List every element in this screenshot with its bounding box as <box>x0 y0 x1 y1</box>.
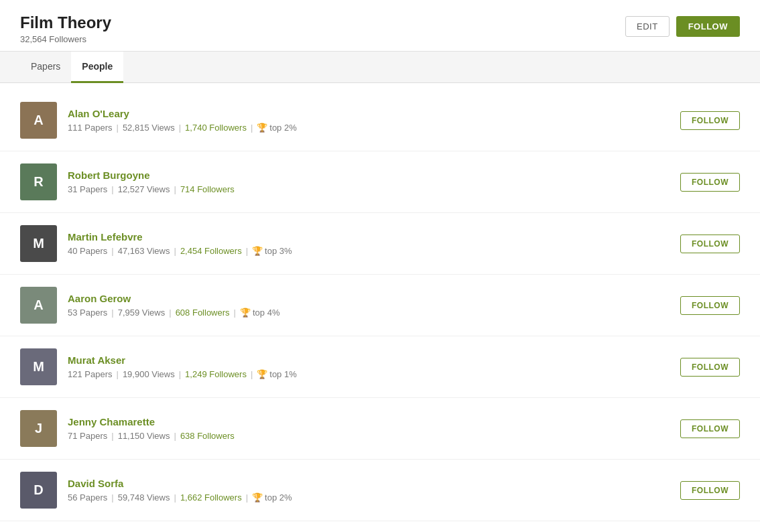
views-count: 12,527 Views <box>118 184 170 194</box>
person-row: MMurat Akser121 Papers|19,900 Views|1,24… <box>0 336 760 398</box>
top-badge: 🏆top 1% <box>257 369 296 379</box>
top-badge: 🏆top 2% <box>257 123 296 133</box>
avatar: J <box>20 410 57 447</box>
followers-count: 1,662 Followers <box>180 492 242 503</box>
follow-button[interactable]: FOLLOW <box>680 358 740 377</box>
separator: | <box>174 431 176 441</box>
main-follow-button[interactable]: FOLLOW <box>676 16 740 37</box>
person-info: Aaron Gerow53 Papers|7,959 Views|608 Fol… <box>68 293 279 318</box>
followers-count: 2,454 Followers <box>180 246 242 256</box>
followers-count: 714 Followers <box>180 184 235 194</box>
views-count: 11,150 Views <box>118 431 170 441</box>
people-list: AAlan O'Leary111 Papers|52,815 Views|1,7… <box>0 83 760 528</box>
papers-count: 56 Papers <box>68 492 107 503</box>
papers-count: 121 Papers <box>68 369 113 379</box>
separator: | <box>251 123 253 133</box>
papers-count: 71 Papers <box>68 431 107 441</box>
follow-button[interactable]: FOLLOW <box>680 173 740 192</box>
follow-button[interactable]: FOLLOW <box>680 419 740 438</box>
follow-button[interactable]: FOLLOW <box>680 111 740 130</box>
separator: | <box>251 369 253 379</box>
header-left: Film Theory 32,564 Followers <box>20 13 111 44</box>
separator: | <box>179 123 181 133</box>
person-row: RRobert Burgoyne31 Papers|12,527 Views|7… <box>0 151 760 213</box>
follow-button[interactable]: FOLLOW <box>680 235 740 253</box>
person-row: JJenny Chamarette71 Papers|11,150 Views|… <box>0 398 760 460</box>
person-stats: 53 Papers|7,959 Views|608 Followers|🏆top… <box>68 308 279 318</box>
separator: | <box>117 369 119 379</box>
edit-button[interactable]: EDIT <box>625 16 670 37</box>
person-name[interactable]: David Sorfa <box>68 478 292 489</box>
separator: | <box>174 246 176 256</box>
separator: | <box>174 184 176 194</box>
papers-count: 31 Papers <box>68 184 107 194</box>
tab-papers[interactable]: Papers <box>20 52 71 83</box>
person-left: AAaron Gerow53 Papers|7,959 Views|608 Fo… <box>20 287 279 324</box>
separator: | <box>111 308 113 318</box>
followers-count: 608 Followers <box>176 308 230 318</box>
person-name[interactable]: Martin Lefebvre <box>68 231 292 243</box>
person-stats: 111 Papers|52,815 Views|1,740 Followers|… <box>68 123 297 133</box>
separator: | <box>111 184 113 194</box>
papers-count: 111 Papers <box>68 123 113 133</box>
header-actions: EDIT FOLLOW <box>625 16 740 37</box>
views-count: 47,163 Views <box>118 246 170 256</box>
separator: | <box>117 123 119 133</box>
separator: | <box>174 492 176 503</box>
separator: | <box>179 369 181 379</box>
separator: | <box>111 246 113 256</box>
person-left: JJenny Chamarette71 Papers|11,150 Views|… <box>20 410 235 447</box>
person-row: AAlan O'Leary111 Papers|52,815 Views|1,7… <box>0 90 760 151</box>
person-left: RRobert Burgoyne31 Papers|12,527 Views|7… <box>20 163 235 200</box>
trophy-icon: 🏆 <box>240 308 251 318</box>
person-left: MMartin Lefebvre40 Papers|47,163 Views|2… <box>20 225 292 262</box>
trophy-icon: 🏆 <box>257 369 267 379</box>
separator: | <box>246 246 248 256</box>
followers-count: 638 Followers <box>180 431 235 441</box>
person-stats: 31 Papers|12,527 Views|714 Followers <box>68 184 235 194</box>
avatar: M <box>20 348 57 385</box>
person-stats: 40 Papers|47,163 Views|2,454 Followers|🏆… <box>68 246 292 256</box>
avatar: A <box>20 102 57 139</box>
top-badge: 🏆top 3% <box>252 246 292 256</box>
top-badge: 🏆top 4% <box>240 308 279 318</box>
person-name[interactable]: Jenny Chamarette <box>68 416 235 427</box>
person-name[interactable]: Robert Burgoyne <box>68 170 235 181</box>
person-left: DDavid Sorfa56 Papers|59,748 Views|1,662… <box>20 472 292 509</box>
views-count: 7,959 Views <box>118 308 166 318</box>
tab-bar: Papers People <box>0 52 760 83</box>
avatar: R <box>20 163 57 200</box>
avatar: M <box>20 225 57 262</box>
separator: | <box>246 492 248 503</box>
person-info: Alan O'Leary111 Papers|52,815 Views|1,74… <box>68 108 297 133</box>
person-info: David Sorfa56 Papers|59,748 Views|1,662 … <box>68 478 292 503</box>
person-row: AAaron Gerow53 Papers|7,959 Views|608 Fo… <box>0 275 760 336</box>
person-left: AAlan O'Leary111 Papers|52,815 Views|1,7… <box>20 102 297 139</box>
avatar: A <box>20 287 57 324</box>
followers-count: 1,249 Followers <box>185 369 247 379</box>
avatar: D <box>20 472 57 509</box>
person-name[interactable]: Alan O'Leary <box>68 108 297 119</box>
person-stats: 121 Papers|19,900 Views|1,249 Followers|… <box>68 369 297 379</box>
followers-count: 1,740 Followers <box>185 123 247 133</box>
page-title: Film Theory <box>20 13 111 32</box>
separator: | <box>169 308 171 318</box>
separator: | <box>111 431 113 441</box>
person-name[interactable]: Murat Akser <box>68 354 297 366</box>
person-info: Martin Lefebvre40 Papers|47,163 Views|2,… <box>68 231 292 256</box>
trophy-icon: 🏆 <box>252 492 263 503</box>
person-stats: 56 Papers|59,748 Views|1,662 Followers|🏆… <box>68 492 292 503</box>
person-info: Jenny Chamarette71 Papers|11,150 Views|6… <box>68 416 235 441</box>
papers-count: 53 Papers <box>68 308 107 318</box>
person-info: Murat Akser121 Papers|19,900 Views|1,249… <box>68 354 297 379</box>
follow-button[interactable]: FOLLOW <box>680 481 740 500</box>
person-stats: 71 Papers|11,150 Views|638 Followers <box>68 431 235 441</box>
followers-count: 32,564 Followers <box>20 34 111 44</box>
page-header: Film Theory 32,564 Followers EDIT FOLLOW <box>0 0 760 52</box>
views-count: 52,815 Views <box>123 123 175 133</box>
tab-people[interactable]: People <box>71 52 123 83</box>
follow-button[interactable]: FOLLOW <box>680 296 740 315</box>
views-count: 19,900 Views <box>123 369 175 379</box>
top-badge: 🏆top 2% <box>252 492 292 503</box>
person-name[interactable]: Aaron Gerow <box>68 293 279 304</box>
